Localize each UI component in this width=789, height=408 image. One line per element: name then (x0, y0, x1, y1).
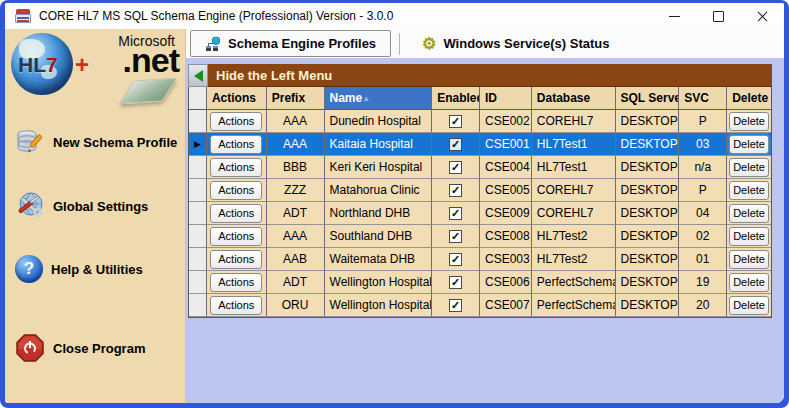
delete-cell: Delete (727, 156, 771, 179)
database-cell: COREHL7 (532, 202, 616, 225)
tab-content: Hide the Left Menu ActionsPrefixName▲Ena… (186, 58, 784, 403)
delete-button[interactable]: Delete (729, 296, 769, 315)
delete-button[interactable]: Delete (729, 227, 769, 246)
database-cell: PerfectSchema (532, 294, 616, 317)
app-icon (15, 9, 31, 23)
prefix-cell: ORU (267, 294, 325, 317)
tab-schema-engine-profiles[interactable]: Schema Engine Profiles (190, 30, 391, 57)
sql-server-cell: DESKTOP-... (616, 202, 680, 225)
sidebar-item-help-utilities[interactable]: ? Help & Utilities (5, 249, 185, 289)
actions-button[interactable]: Actions (210, 112, 262, 131)
row-selector-cell[interactable]: ▶ (189, 225, 207, 248)
table-row[interactable]: ▶ Actions AAA Dunedin Hospital ✓ CSE002 … (189, 110, 771, 133)
net-square-icon (118, 78, 177, 105)
column-header-delete[interactable]: Delete (727, 87, 771, 110)
hide-left-menu-bar[interactable]: Hide the Left Menu (208, 64, 772, 87)
sidebar-item-new-schema-profile[interactable]: New Schema Profile (5, 121, 185, 163)
table-row[interactable]: ▶ Actions ADT Wellington Hospital 1 ✓ CS… (189, 271, 771, 294)
sidebar-item-label: Help & Utilities (51, 262, 143, 277)
table-row[interactable]: ▶ Actions ZZZ Matahorua Clinic ✓ CSE005 … (189, 179, 771, 202)
actions-button[interactable]: Actions (210, 204, 262, 223)
enabled-checkbox[interactable]: ✓ (449, 184, 462, 197)
table-row[interactable]: ▶ Actions AAB Waitemata DHB ✓ CSE003 HL7… (189, 248, 771, 271)
enabled-checkbox[interactable]: ✓ (449, 115, 462, 128)
tab-divider (399, 33, 400, 55)
hl7-dotnet-logo: HL7HL7 + Microsoft .net (5, 29, 185, 115)
name-cell: Dunedin Hospital (325, 110, 433, 133)
sidebar-item-global-settings[interactable]: Global Settings (5, 185, 185, 227)
sidebar-item-close-program[interactable]: Close Program (5, 327, 185, 369)
delete-button[interactable]: Delete (729, 158, 769, 177)
actions-cell: Actions (207, 179, 267, 202)
row-selector-cell[interactable]: ▶ (189, 294, 207, 317)
column-header-id[interactable]: ID (480, 87, 532, 110)
enabled-checkbox[interactable]: ✓ (449, 230, 462, 243)
arrow-left-icon (194, 70, 203, 82)
actions-button[interactable]: Actions (210, 250, 262, 269)
row-selector-cell[interactable]: ▶ (189, 248, 207, 271)
actions-button[interactable]: Actions (210, 181, 262, 200)
delete-button[interactable]: Delete (729, 250, 769, 269)
column-header-sql-server[interactable]: SQL Server (616, 87, 680, 110)
tab-windows-service-status[interactable]: ⚙ Windows Service(s) Status (408, 31, 623, 56)
actions-button[interactable]: Actions (210, 273, 262, 292)
net-text: .net (123, 41, 179, 80)
table-row[interactable]: ▶ Actions BBB Keri Keri Hospital ✓ CSE00… (189, 156, 771, 179)
delete-button[interactable]: Delete (729, 204, 769, 223)
id-cell: CSE008 (480, 225, 532, 248)
delete-button[interactable]: Delete (729, 135, 769, 154)
actions-button[interactable]: Actions (210, 296, 262, 315)
name-cell: Kaitaia Hospital (325, 133, 433, 156)
app-window: CORE HL7 MS SQL Schema Engine (Professio… (0, 0, 789, 408)
row-selector-cell[interactable]: ▶ (189, 110, 207, 133)
enabled-checkbox[interactable]: ✓ (449, 161, 462, 174)
power-icon (15, 333, 45, 363)
delete-button[interactable]: Delete (729, 112, 769, 131)
database-edit-icon (15, 127, 45, 157)
row-selector-cell[interactable]: ▶ (189, 179, 207, 202)
enabled-checkbox[interactable]: ✓ (449, 138, 462, 151)
name-cell: Wellington Hospital 1 (325, 271, 433, 294)
actions-button[interactable]: Actions (210, 135, 262, 154)
enabled-checkbox[interactable]: ✓ (449, 253, 462, 266)
actions-button[interactable]: Actions (210, 227, 262, 246)
enabled-checkbox[interactable]: ✓ (449, 299, 462, 312)
close-button[interactable] (740, 3, 784, 29)
column-header-prefix[interactable]: Prefix (267, 87, 325, 110)
actions-button[interactable]: Actions (210, 158, 262, 177)
minimize-button[interactable] (652, 3, 696, 29)
table-row[interactable]: ▶ Actions AAA Kaitaia Hospital ✓ CSE001 … (189, 133, 771, 156)
maximize-button[interactable] (696, 3, 740, 29)
delete-cell: Delete (727, 133, 771, 156)
column-header-enabled[interactable]: Enabled (432, 87, 480, 110)
prefix-cell: ZZZ (267, 179, 325, 202)
table-row[interactable]: ▶ Actions AAA Southland DHB ✓ CSE008 HL7… (189, 225, 771, 248)
column-header-name[interactable]: Name▲ (325, 87, 433, 110)
enabled-checkbox[interactable]: ✓ (449, 276, 462, 289)
prefix-cell: AAB (267, 248, 325, 271)
table-row[interactable]: ▶ Actions ADT Northland DHB ✓ CSE009 COR… (189, 202, 771, 225)
column-header-actions[interactable]: Actions (207, 87, 267, 110)
column-header-database[interactable]: Database (532, 87, 616, 110)
delete-button[interactable]: Delete (729, 273, 769, 292)
row-selector-cell[interactable]: ▶ (189, 156, 207, 179)
row-selector-cell[interactable]: ▶ (189, 133, 207, 156)
id-cell: CSE004 (480, 156, 532, 179)
database-cell: HL7Test2 (532, 225, 616, 248)
close-icon (757, 11, 768, 22)
svc-cell: 01 (679, 248, 727, 271)
actions-cell: Actions (207, 225, 267, 248)
hide-left-menu-label: Hide the Left Menu (216, 68, 332, 83)
actions-cell: Actions (207, 271, 267, 294)
actions-cell: Actions (207, 202, 267, 225)
enabled-checkbox[interactable]: ✓ (449, 207, 462, 220)
table-row[interactable]: ▶ Actions ORU Wellington Hospital 2 ✓ CS… (189, 294, 771, 317)
window-frame: CORE HL7 MS SQL Schema Engine (Professio… (5, 3, 784, 403)
hide-menu-arrow-button[interactable] (188, 64, 208, 87)
delete-button[interactable]: Delete (729, 181, 769, 200)
row-selector-cell[interactable]: ▶ (189, 271, 207, 294)
svc-cell: 19 (679, 271, 727, 294)
row-selector-cell[interactable]: ▶ (189, 202, 207, 225)
actions-cell: Actions (207, 156, 267, 179)
column-header-svc[interactable]: SVC (679, 87, 727, 110)
